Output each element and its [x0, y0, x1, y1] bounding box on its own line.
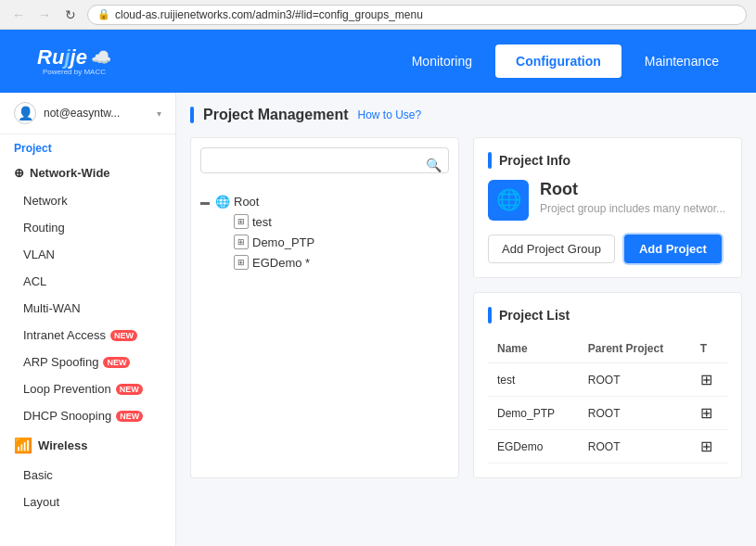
search-input[interactable] [200, 147, 449, 173]
main-layout: 👤 not@easyntw... ▾ Project ⊕ Network-Wid… [0, 93, 756, 546]
sidebar-item-wireless[interactable]: 📶 Wireless [0, 429, 175, 462]
search-icon[interactable]: 🔍 [426, 158, 442, 172]
root-info: 🌐 Root Project group includes many netwo… [488, 180, 727, 221]
col-parent: Parent Project [579, 335, 691, 363]
sidebar-acl-label: ACL [23, 274, 46, 288]
root-name: Root [540, 180, 725, 199]
sidebar-item-multi-wan[interactable]: Multi-WAN [0, 295, 175, 322]
new-badge-loop: NEW [116, 384, 143, 395]
tree-child-test-label: test [252, 215, 272, 229]
root-text: Root Project group includes many networ.… [540, 180, 725, 215]
project-info-header: Project Info [488, 152, 727, 169]
user-row[interactable]: 👤 not@easyntw... ▾ [0, 93, 175, 134]
sidebar-multi-wan-label: Multi-WAN [23, 301, 81, 315]
project-info-section: Project Info 🌐 Root Project group includ… [473, 137, 742, 278]
action-buttons: Add Project Group Add Project [488, 235, 727, 263]
sidebar-item-dhcp-snooping[interactable]: DHCP Snooping NEW [0, 402, 175, 429]
new-badge-arp: NEW [103, 357, 130, 368]
tree-child-egdemo[interactable]: ⊞ EGDemo * [219, 252, 449, 273]
table-row[interactable]: EGDemo ROOT ⊞ [488, 430, 727, 463]
reload-button[interactable]: ↻ [61, 6, 80, 24]
sidebar-project-label: Project [14, 142, 52, 155]
nav-maintenance[interactable]: Maintenance [626, 44, 737, 78]
tree-child-demo-ptp-label: Demo_PTP [252, 235, 314, 249]
sidebar-basic-label: Basic [23, 468, 53, 482]
network-wide-icon: ⊕ [14, 166, 24, 180]
sidebar-dhcp-label: DHCP Snooping [23, 409, 111, 423]
wifi-icon: 📶 [14, 437, 32, 454]
how-to-link[interactable]: How to Use? [357, 108, 421, 121]
new-badge-dhcp: NEW [116, 411, 143, 422]
cell-parent: ROOT [579, 430, 691, 463]
cell-name: test [488, 363, 579, 397]
sidebar-item-vlan[interactable]: VLAN [0, 241, 175, 268]
project-table: Name Parent Project T test ROOT ⊞ Demo_P… [488, 335, 727, 463]
search-wrapper: 🔍 [200, 147, 449, 183]
sidebar-item-intranet-access[interactable]: Intranet Access NEW [0, 322, 175, 349]
sidebar-layout-label: Layout [23, 495, 59, 509]
tree-child-egdemo-label: EGDemo * [252, 256, 310, 270]
tree-child-demo-ptp[interactable]: ⊞ Demo_PTP [219, 232, 449, 252]
sidebar: 👤 not@easyntw... ▾ Project ⊕ Network-Wid… [0, 93, 176, 546]
sidebar-routing-label: Routing [23, 221, 65, 235]
address-bar[interactable]: 🔒 cloud-as.ruijienetworks.com/admin3/#li… [87, 5, 747, 25]
tree-root-node[interactable]: ▬ 🌐 Root [200, 192, 449, 211]
sidebar-intranet-label: Intranet Access [23, 328, 106, 342]
nav-configuration[interactable]: Configuration [495, 44, 621, 78]
project-info-title: Project Info [499, 153, 570, 168]
sidebar-item-project[interactable]: Project [0, 134, 175, 159]
back-button[interactable]: ← [9, 6, 28, 24]
logo-text: Rujje [37, 47, 87, 68]
sidebar-item-layout[interactable]: Layout [0, 489, 175, 515]
cell-type: ⊞ [691, 363, 727, 397]
sidebar-item-network-wide[interactable]: ⊕ Network-Wide [0, 159, 175, 187]
list-title-bar [488, 307, 492, 324]
right-panel: Project Info 🌐 Root Project group includ… [473, 137, 742, 478]
tree-child-network-icon2: ⊞ [234, 235, 249, 249]
cell-type: ⊞ [691, 397, 727, 430]
browser-bar: ← → ↻ 🔒 cloud-as.ruijienetworks.com/admi… [0, 0, 756, 30]
page-header: Project Management How to Use? [190, 107, 742, 123]
sidebar-network-label: Network [23, 194, 68, 208]
sidebar-item-loop-prevention[interactable]: Loop Prevention NEW [0, 375, 175, 402]
cloud-icon: ☁️ [91, 47, 111, 68]
logo: Rujje ☁️ Powered by MACC [19, 38, 130, 84]
title-bar-accent [190, 107, 194, 123]
tree-expand-icon: ▬ [200, 197, 211, 207]
sidebar-loop-label: Loop Prevention [23, 382, 111, 396]
table-row[interactable]: Demo_PTP ROOT ⊞ [488, 397, 727, 430]
project-list-section: Project List Name Parent Project T test … [473, 292, 742, 478]
new-badge-intranet: NEW [110, 330, 137, 341]
tree-root-label: Root [234, 195, 259, 209]
sidebar-network-wide-label: Network-Wide [30, 166, 110, 180]
page-title: Project Management [203, 107, 348, 123]
sidebar-item-basic[interactable]: Basic [0, 462, 175, 489]
tree-child-test[interactable]: ⊞ test [219, 211, 449, 232]
content-area: Project Management How to Use? 🔍 ▬ 🌐 Roo… [176, 93, 756, 546]
tree-children: ⊞ test ⊞ Demo_PTP ⊞ EGDemo * [200, 211, 449, 273]
forward-button[interactable]: → [35, 6, 54, 24]
sidebar-item-routing[interactable]: Routing [0, 214, 175, 241]
sidebar-item-acl[interactable]: ACL [0, 268, 175, 295]
sidebar-item-network[interactable]: Network [0, 187, 175, 214]
sidebar-wireless-label: Wireless [38, 438, 87, 452]
project-list-title: Project List [499, 308, 570, 323]
sidebar-item-arp-spoofing[interactable]: ARP Spoofing NEW [0, 349, 175, 375]
project-list-header: Project List [488, 307, 727, 324]
nav-menu: Monitoring Configuration Maintenance [393, 44, 737, 78]
user-name: not@easyntw... [44, 107, 149, 120]
sidebar-vlan-label: VLAN [23, 248, 55, 261]
content-body: 🔍 ▬ 🌐 Root ⊞ test ⊞ Demo_ [190, 137, 742, 478]
sidebar-arp-label: ARP Spoofing [23, 355, 98, 369]
table-row[interactable]: test ROOT ⊞ [488, 363, 727, 397]
add-project-group-button[interactable]: Add Project Group [488, 235, 615, 263]
logo-sub: Powered by MACC [43, 68, 106, 76]
cell-name: EGDemo [488, 430, 579, 463]
table-header-row: Name Parent Project T [488, 335, 727, 363]
root-icon-box: 🌐 [488, 180, 529, 221]
nav-monitoring[interactable]: Monitoring [393, 44, 491, 78]
app-header: Rujje ☁️ Powered by MACC Monitoring Conf… [0, 30, 756, 93]
chevron-down-icon: ▾ [157, 108, 161, 119]
add-project-button[interactable]: Add Project [624, 235, 722, 263]
root-desc: Project group includes many networ... [540, 202, 725, 215]
